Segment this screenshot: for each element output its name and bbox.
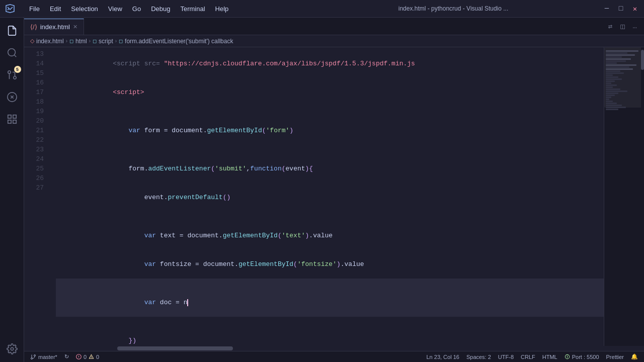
sync-item[interactable]: ↻	[61, 351, 72, 362]
tab-close-button[interactable]: ✕	[73, 24, 77, 30]
breadcrumb-file-icon: ◇	[30, 38, 34, 44]
code-line-15	[56, 107, 604, 116]
breadcrumb-sep-2: ›	[89, 38, 91, 44]
svg-rect-10	[13, 120, 16, 123]
code-line-22: var fontsize = document.getElementById('…	[56, 250, 604, 279]
scrollbar-horizontal-thumb[interactable]	[117, 346, 233, 350]
spaces-item[interactable]: Spaces: 2	[463, 351, 494, 362]
tab-index-html[interactable]: ⟨/⟩ index.html ✕	[24, 19, 84, 35]
svg-point-2	[13, 76, 16, 79]
encoding: UTF-8	[498, 354, 514, 360]
errors-item[interactable]: 0 0	[73, 351, 102, 362]
menu-selection[interactable]: Selection	[67, 4, 102, 14]
breadcrumb-file-label: index.html	[36, 38, 64, 45]
formatter-item[interactable]: Prettier	[603, 351, 627, 362]
breadcrumb-sep-3: ›	[115, 38, 117, 44]
settings-activity-button[interactable]	[3, 340, 21, 358]
split-editor-icon[interactable]: ⇄	[606, 21, 614, 32]
breadcrumb-sep-1: ›	[66, 38, 67, 44]
git-branch-icon	[30, 354, 36, 360]
scrollbar-horizontal-track[interactable]	[24, 346, 644, 351]
code-line-26: })	[56, 326, 604, 346]
breadcrumb-file[interactable]: ◇ index.html	[30, 38, 64, 45]
language-item[interactable]: HTML	[539, 351, 560, 362]
position-item[interactable]: Ln 23, Col 16	[423, 351, 462, 362]
breadcrumb-callback-icon: ◻	[119, 38, 123, 44]
code-content[interactable]: <script src= "https://cdnjs.cloudflare.c…	[52, 47, 604, 346]
breadcrumb-html-label: html	[75, 38, 87, 45]
menu-go[interactable]: Go	[128, 4, 145, 14]
tab-file-icon: ⟨/⟩	[30, 23, 37, 31]
bell-icon: 🔔	[631, 353, 638, 360]
minimap-scrollbar-track[interactable]	[641, 47, 644, 346]
breadcrumb-html-icon: ◻	[69, 38, 73, 44]
menu-terminal[interactable]: Terminal	[176, 4, 209, 14]
svg-rect-9	[13, 115, 16, 118]
cursor-position: Ln 23, Col 16	[426, 354, 459, 360]
source-control-badge: 5	[14, 66, 21, 73]
code-line-18: form.addEventListener('submit',function(…	[56, 154, 604, 183]
menu-view[interactable]: View	[104, 4, 126, 14]
search-activity-button[interactable]	[3, 44, 21, 62]
minimize-button[interactable]: ─	[603, 5, 611, 13]
status-bar: master* ↻ 0 0 Ln	[24, 351, 644, 362]
extensions-activity-button[interactable]	[3, 110, 21, 128]
activity-bar: 5	[0, 18, 24, 362]
window-controls: ─ □ ✕	[603, 5, 639, 13]
port-label: Port : 5500	[572, 354, 599, 360]
svg-point-20	[91, 357, 92, 358]
code-line-25	[56, 317, 604, 326]
menu-debug[interactable]: Debug	[147, 4, 174, 14]
svg-rect-8	[8, 115, 11, 118]
source-control-activity-button[interactable]: 5	[3, 66, 21, 84]
breadcrumb-script-label: script	[99, 38, 113, 45]
code-line-20	[56, 212, 604, 221]
svg-point-14	[34, 354, 36, 356]
layout-icon[interactable]: ◫	[618, 21, 626, 32]
code-line-17	[56, 145, 604, 154]
line-numbers: 13 14 15 16 17 18 19 20 21 22 23 24 25 2…	[24, 47, 52, 346]
minimap-viewport	[606, 50, 642, 111]
tab-bar: ⟨/⟩ index.html ✕ ⇄ ◫ …	[24, 18, 644, 35]
port-item[interactable]: Port : 5500	[561, 351, 602, 362]
main-layout: 5	[0, 18, 644, 362]
code-editor[interactable]: 13 14 15 16 17 18 19 20 21 22 23 24 25 2…	[24, 47, 644, 346]
svg-point-15	[31, 357, 33, 359]
svg-rect-11	[8, 120, 11, 123]
git-branch-item[interactable]: master*	[27, 351, 60, 362]
more-actions-icon[interactable]: …	[631, 21, 639, 31]
warning-icon	[89, 354, 94, 359]
svg-line-1	[14, 55, 16, 57]
indentation: Spaces: 2	[466, 354, 491, 360]
debug-activity-button[interactable]	[3, 88, 21, 106]
breadcrumb-callback-label: form.addEventListener('submit') callback	[125, 38, 233, 45]
breadcrumb-script[interactable]: ◻ script	[93, 38, 113, 45]
minimap[interactable]	[604, 47, 644, 346]
svg-point-18	[78, 357, 79, 358]
language-mode: HTML	[542, 354, 557, 360]
svg-point-3	[8, 71, 11, 74]
notifications-item[interactable]: 🔔	[628, 351, 641, 362]
formatter-label: Prettier	[606, 354, 624, 360]
minimap-scrollbar-thumb[interactable]	[641, 50, 644, 70]
svg-point-12	[11, 347, 14, 350]
breadcrumb-callback[interactable]: ◻ form.addEventListener('submit') callba…	[119, 38, 233, 45]
breadcrumb-script-icon: ◻	[93, 38, 97, 44]
menu-edit[interactable]: Edit	[46, 4, 65, 14]
encoding-item[interactable]: UTF-8	[495, 351, 517, 362]
files-activity-button[interactable]	[3, 22, 21, 40]
menu-help[interactable]: Help	[211, 4, 233, 14]
code-line-16: var form = document.getElementById('form…	[56, 116, 604, 145]
menu-bar: File Edit Selection View Go Debug Termin…	[25, 4, 304, 14]
breadcrumb: ◇ index.html › ◻ html › ◻ script › ◻ for…	[24, 35, 644, 47]
close-button[interactable]: ✕	[631, 5, 639, 13]
tab-label: index.html	[40, 23, 70, 31]
breadcrumb-html[interactable]: ◻ html	[69, 38, 87, 45]
code-line-14: <script>	[56, 78, 604, 107]
warnings-count: 0	[96, 354, 99, 360]
menu-file[interactable]: File	[25, 4, 44, 14]
maximize-button[interactable]: □	[617, 5, 625, 13]
line-ending-item[interactable]: CRLF	[518, 351, 538, 362]
sync-icon: ↻	[64, 353, 69, 360]
git-branch-label: master*	[38, 354, 57, 360]
